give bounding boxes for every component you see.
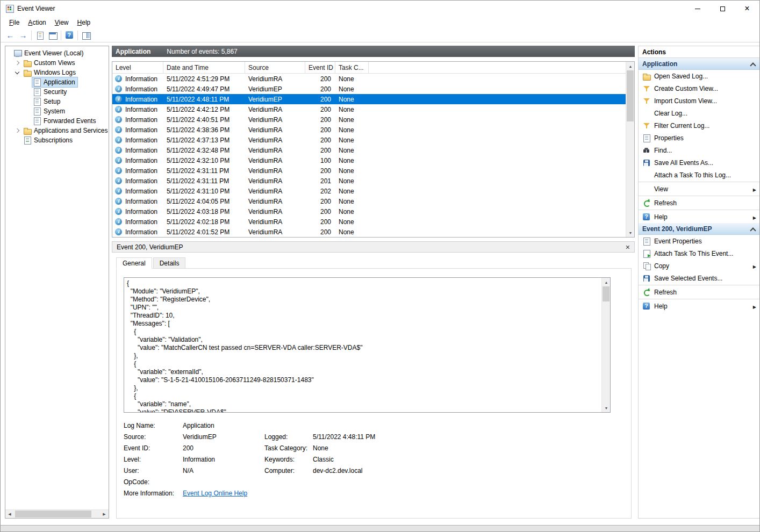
close-button[interactable] — [735, 1, 759, 17]
action-help[interactable]: Help — [639, 300, 760, 312]
event-log-online-help-link[interactable]: Event Log Online Help — [183, 490, 264, 501]
menu-action[interactable]: Action — [24, 17, 50, 28]
show-action-pane-button[interactable] — [80, 30, 92, 41]
action-open-saved-log[interactable]: Open Saved Log... — [639, 70, 760, 82]
column-header-source[interactable]: Source — [245, 62, 305, 73]
close-preview-button[interactable] — [626, 243, 630, 251]
tree-label-wrap: System — [32, 106, 68, 117]
action-event-properties[interactable]: Event Properties — [639, 235, 760, 247]
event-row[interactable]: Information5/11/2022 4:42:12 PMVeridiumR… — [112, 104, 626, 114]
field-value: Information — [183, 456, 264, 467]
scrollbar-thumb[interactable] — [627, 70, 634, 121]
collapse-arrow-icon[interactable] — [12, 68, 22, 77]
action-copy[interactable]: Copy — [639, 260, 760, 272]
scroll-down-button[interactable] — [602, 404, 611, 412]
collapse-section-icon[interactable] — [750, 226, 756, 232]
event-row[interactable]: Information5/11/2022 4:37:13 PMVeridiumR… — [112, 135, 626, 145]
scroll-up-button[interactable] — [602, 278, 611, 286]
tab-details[interactable]: Details — [153, 257, 186, 269]
action-section-header-event-200-veridiumep[interactable]: Event 200, VeridiumEP — [639, 223, 760, 235]
event-row[interactable]: Information5/11/2022 4:49:47 PMVeridiumE… — [112, 84, 626, 94]
scroll-down-button[interactable] — [626, 228, 635, 237]
action-find[interactable]: Find... — [639, 144, 760, 156]
action-refresh[interactable]: Refresh — [639, 286, 760, 298]
event-row[interactable]: Information5/11/2022 4:38:36 PMVeridiumR… — [112, 125, 626, 135]
tree-horizontal-scrollbar[interactable] — [5, 509, 109, 518]
action-create-custom-view[interactable]: Create Custom View... — [639, 82, 760, 95]
menu-help[interactable]: Help — [73, 17, 95, 28]
properties-icon — [642, 134, 651, 142]
menu-file[interactable]: File — [5, 17, 24, 28]
tree-item-applications-and-services-lo[interactable]: Applications and Services Lo — [5, 126, 109, 135]
action-import-custom-view[interactable]: Import Custom View... — [639, 95, 760, 107]
event-row[interactable]: Information5/11/2022 4:31:10 PMVeridiumR… — [112, 186, 626, 196]
tree-item-application[interactable]: Application — [5, 77, 109, 87]
scrollbar-thumb[interactable] — [603, 286, 610, 301]
event-row[interactable]: Information5/11/2022 4:48:11 PMVeridiumE… — [112, 94, 626, 104]
event-row[interactable]: Information5/11/2022 4:51:29 PMVeridiumR… — [112, 74, 626, 84]
event-row[interactable]: Information5/11/2022 4:32:10 PMVeridiumR… — [112, 155, 626, 166]
window-bottom-edge — [1, 525, 759, 532]
event-row[interactable]: Information5/11/2022 4:01:52 PMVeridiumR… — [112, 227, 626, 237]
event-task-category: None — [335, 208, 369, 215]
action-clear-log[interactable]: Clear Log... — [639, 107, 760, 119]
tree-label-wrap: Setup — [32, 96, 63, 107]
event-row[interactable]: Information5/11/2022 4:31:11 PMVeridiumR… — [112, 176, 626, 186]
event-level-cell: Information — [112, 177, 163, 185]
tree-item-event-viewer-local[interactable]: Event Viewer (Local) — [5, 48, 109, 58]
action-refresh[interactable]: Refresh — [639, 197, 760, 209]
scroll-left-button[interactable] — [5, 510, 14, 519]
information-icon — [115, 198, 122, 205]
event-row[interactable]: Information5/11/2022 4:31:11 PMVeridiumR… — [112, 166, 626, 176]
column-header-event-id[interactable]: Event ID — [305, 62, 335, 73]
show-console-tree-button[interactable] — [46, 30, 59, 41]
tree-item-setup[interactable]: Setup — [5, 97, 109, 106]
event-row[interactable]: Information5/11/2022 4:02:18 PMVeridiumR… — [112, 217, 626, 227]
action-save-all-events-as[interactable]: Save All Events As... — [639, 156, 760, 169]
action-save-selected-events[interactable]: Save Selected Events... — [639, 272, 760, 284]
event-row[interactable]: Information5/11/2022 4:04:05 PMVeridiumR… — [112, 196, 626, 206]
maximize-button[interactable] — [710, 1, 735, 17]
action-properties[interactable]: Properties — [639, 132, 760, 144]
column-header-task-c[interactable]: Task C... — [335, 62, 369, 73]
action-attach-task-to-this-event[interactable]: Attach Task To This Event... — [639, 247, 760, 260]
event-id: 200 — [305, 208, 335, 215]
scrollbar-track[interactable] — [626, 70, 634, 228]
menu-view[interactable]: View — [51, 17, 73, 28]
results-panel: Application Number of events: 5,867 Leve… — [112, 46, 635, 519]
column-header-date-and-time[interactable]: Date and Time — [163, 62, 245, 73]
scrollbar-track[interactable] — [602, 286, 610, 404]
tree-item-security[interactable]: Security — [5, 87, 109, 97]
minimize-button[interactable] — [685, 1, 710, 17]
tree-item-system[interactable]: System — [5, 106, 109, 116]
event-level-cell: Information — [112, 116, 163, 124]
action-view[interactable]: View — [639, 183, 760, 195]
column-header-level[interactable]: Level — [112, 62, 163, 73]
tree-item-subscriptions[interactable]: Subscriptions — [5, 135, 109, 145]
expand-arrow-icon[interactable] — [12, 58, 22, 68]
event-row[interactable]: Information5/11/2022 4:03:18 PMVeridiumR… — [112, 206, 626, 217]
forward-button[interactable] — [17, 30, 30, 41]
description-scrollbar[interactable] — [601, 278, 610, 412]
scroll-up-button[interactable] — [626, 62, 635, 70]
event-row[interactable]: Information5/11/2022 4:40:51 PMVeridiumR… — [112, 114, 626, 125]
collapse-section-icon[interactable] — [750, 61, 756, 67]
tree-item-forwarded-events[interactable]: Forwarded Events — [5, 116, 109, 126]
scroll-right-button[interactable] — [100, 510, 109, 519]
tree-item-custom-views[interactable]: Custom Views — [5, 58, 109, 68]
action-pane-icon — [82, 31, 91, 40]
action-help[interactable]: Help — [639, 211, 760, 223]
scrollbar-thumb[interactable] — [15, 511, 91, 517]
action-filter-current-log[interactable]: Filter Current Log... — [639, 119, 760, 132]
list-vertical-scrollbar[interactable] — [626, 62, 634, 237]
tree-item-windows-logs[interactable]: Windows Logs — [5, 68, 109, 77]
scrollbar-track[interactable] — [14, 510, 100, 518]
open-saved-log-button[interactable] — [33, 30, 46, 41]
expand-arrow-icon[interactable] — [12, 126, 22, 135]
event-row[interactable]: Information5/11/2022 4:32:48 PMVeridiumR… — [112, 145, 626, 155]
back-button[interactable] — [4, 30, 17, 41]
action-section-header-application[interactable]: Application — [639, 58, 760, 70]
help-button[interactable] — [63, 30, 76, 41]
tab-general[interactable]: General — [116, 257, 152, 269]
action-attach-a-task-to-this-log[interactable]: Attach a Task To this Log... — [639, 169, 760, 181]
